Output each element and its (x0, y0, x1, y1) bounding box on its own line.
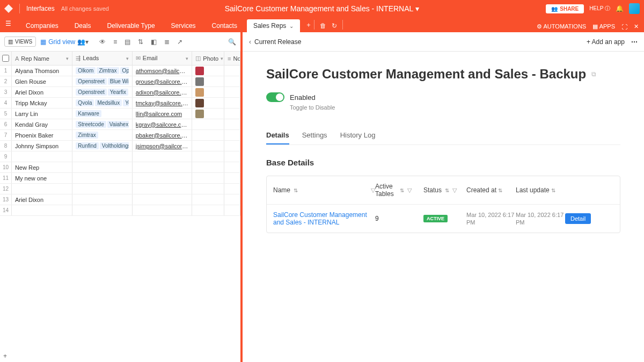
cell-email[interactable]: tmckay@sailcore.com (133, 98, 192, 108)
detail-button[interactable]: Detail (565, 213, 591, 224)
table-row[interactable]: 6Kendal GrayStreetcodeVaiahexQuadzokgray… (0, 119, 240, 130)
base-title[interactable]: SailCore Customer Management and Sales -… (225, 4, 420, 13)
cell-email[interactable]: llin@sailcore.com (133, 108, 192, 119)
cell-email[interactable]: kgray@sailcore.com (133, 119, 192, 129)
cell-notes[interactable] (224, 194, 240, 205)
email-link[interactable]: grouse@sailcore.com (136, 78, 188, 85)
tab-details[interactable]: Details (266, 127, 289, 144)
cell-photo[interactable] (192, 87, 224, 97)
cell-name[interactable]: Tripp Mckay (12, 98, 72, 108)
column-rep-name[interactable]: ARep Name▾ (12, 52, 72, 65)
cell-email[interactable] (133, 151, 192, 162)
sort-icon[interactable]: ⇅ (498, 187, 502, 193)
cell-email[interactable] (133, 205, 192, 215)
cell-name[interactable]: New Rep (12, 162, 72, 172)
table-row[interactable]: 13Ariel Dixon (0, 194, 240, 205)
apps-button[interactable]: ▦ APPS (592, 23, 615, 30)
email-link[interactable]: adixon@sailcore.com (136, 89, 188, 96)
cell-email[interactable]: jsimpson@sailcore.com (133, 141, 192, 151)
lead-tag[interactable]: Voltholdings (100, 142, 129, 149)
lead-tag[interactable]: Qvola (76, 99, 94, 106)
cell-name[interactable]: Larry Lin (12, 108, 72, 119)
menu-icon[interactable]: ☰ (5, 20, 11, 27)
cell-notes[interactable] (224, 205, 240, 215)
cell-leads[interactable]: Kanware (72, 108, 132, 119)
tab-companies[interactable]: Companies (19, 19, 65, 32)
tab-deals[interactable]: Deals (68, 19, 98, 32)
sort-icon[interactable]: ⇅ (400, 187, 404, 193)
email-link[interactable]: athomson@sailcore.com (136, 68, 188, 74)
table-row[interactable]: 4Tripp MckayQvolaMedsilluxYearfixOtmckay… (0, 98, 240, 108)
more-icon[interactable]: ⋯ (631, 38, 638, 46)
lead-tag[interactable]: Openstreet (76, 78, 106, 85)
lead-tag[interactable]: Runfind (76, 142, 98, 149)
trash-icon[interactable]: 🗑 (320, 22, 326, 30)
cell-notes[interactable] (224, 141, 240, 151)
lead-tag[interactable]: Vaiahex (107, 121, 129, 128)
hide-fields-icon[interactable]: 👁 (99, 38, 106, 46)
cell-photo[interactable] (192, 184, 224, 194)
cell-notes[interactable] (224, 66, 240, 76)
add-row-button[interactable]: + (0, 350, 240, 362)
cell-notes[interactable] (224, 87, 240, 97)
lead-tag[interactable]: Openstreet (76, 89, 106, 96)
cell-notes[interactable] (224, 151, 240, 162)
cell-name[interactable] (12, 184, 72, 194)
external-link-icon[interactable]: ⧉ (591, 70, 596, 78)
sort-icon[interactable]: ⇅ (294, 187, 298, 193)
gridview-selector[interactable]: ▦ Grid view 👥▾ (40, 38, 89, 46)
email-link[interactable]: jsimpson@sailcore.com (136, 143, 188, 149)
cell-leads[interactable] (72, 194, 132, 205)
color-icon[interactable]: ◧ (151, 38, 157, 46)
lead-tag[interactable]: Openstreet (120, 67, 129, 74)
help-link[interactable]: HELP ⓘ (589, 5, 610, 12)
cell-name[interactable]: Glen Rouse (12, 76, 72, 86)
table-row[interactable]: 8Johnny SimpsonRunfindVoltholdingsjsimps… (0, 141, 240, 151)
cell-leads[interactable] (72, 173, 132, 183)
cell-leads[interactable]: OpenstreetYearfixStrongz (72, 87, 132, 97)
cell-leads[interactable] (72, 162, 132, 172)
cell-name[interactable]: Johnny Simpson (12, 141, 72, 151)
cell-email[interactable]: athomson@sailcore.com (133, 66, 192, 76)
cell-leads[interactable] (72, 184, 132, 194)
lead-tag[interactable]: Olkom (76, 67, 96, 74)
column-notes[interactable]: ≡No (224, 52, 240, 65)
lead-tag[interactable]: Kanware (76, 110, 101, 117)
share-view-icon[interactable]: ↗ (177, 38, 182, 46)
views-button[interactable]: ▥ VIEWS (4, 37, 36, 47)
cell-email[interactable]: grouse@sailcore.com (133, 76, 192, 86)
cell-leads[interactable]: QvolaMedsilluxYearfixO (72, 98, 132, 108)
cell-email[interactable] (133, 173, 192, 183)
lead-tag[interactable]: Zimtrax (76, 132, 98, 139)
cell-photo[interactable] (192, 98, 224, 108)
table-row[interactable]: 12 (0, 184, 240, 194)
cell-photo[interactable] (192, 205, 224, 215)
tab-contacts[interactable]: Contacts (206, 19, 244, 32)
email-link[interactable]: kgray@sailcore.com (136, 121, 188, 128)
cell-notes[interactable] (224, 98, 240, 108)
base-link[interactable]: SailCore Customer Management and Sales -… (273, 211, 375, 226)
share-button[interactable]: 👥 SHARE (546, 4, 584, 13)
cell-email[interactable] (133, 184, 192, 194)
email-link[interactable]: tmckay@sailcore.com (136, 100, 188, 106)
tab-deliverable-type[interactable]: Deliverable Type (100, 19, 161, 32)
cell-name[interactable]: My new one (12, 173, 72, 183)
app-logo[interactable] (4, 4, 13, 13)
table-row[interactable]: 11My new one (0, 173, 240, 184)
cell-email[interactable]: adixon@sailcore.com (133, 87, 192, 97)
column-email[interactable]: ✉Email▾ (133, 52, 192, 65)
filter-icon[interactable]: ▽ (407, 187, 412, 194)
cell-leads[interactable] (72, 205, 132, 215)
chevron-left-icon[interactable]: ‹ (249, 38, 251, 46)
history-icon[interactable]: ↻ (332, 22, 337, 30)
email-link[interactable]: pbaker@sailcore.com (136, 132, 188, 139)
cell-leads[interactable]: StreetcodeVaiahexQuadzo (72, 119, 132, 129)
column-photo[interactable]: ◫Photo▾ (192, 52, 224, 65)
lead-tag[interactable]: Streetcode (76, 121, 106, 128)
table-row[interactable]: 10New Rep (0, 162, 240, 173)
table-row[interactable]: 14 (0, 205, 240, 216)
lead-tag[interactable]: Blue Willow Indu (108, 78, 129, 85)
tab-services[interactable]: Services (165, 19, 202, 32)
cell-email[interactable] (133, 194, 192, 205)
cell-name[interactable] (12, 151, 72, 162)
